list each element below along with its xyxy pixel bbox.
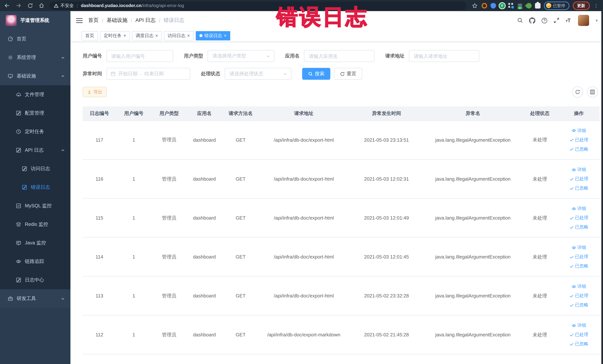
close-icon[interactable]: ×	[187, 33, 190, 38]
sidebar-item-log-center[interactable]: 日志中心	[0, 271, 70, 289]
search-icon[interactable]	[517, 17, 523, 23]
browser-toolbar: 不安全 | dashboard.yudao.iocoder.cn/infra/l…	[0, 0, 603, 11]
sidebar-item-java-monitor[interactable]: Java 监控	[0, 234, 70, 252]
cell-user-id: 1	[116, 159, 151, 199]
cell-log-id: 113	[83, 276, 116, 315]
reload-icon[interactable]	[27, 2, 33, 9]
sidebar-logo[interactable]: 芋道管理系统	[0, 11, 70, 30]
hamburger-icon[interactable]	[70, 18, 88, 23]
extensions-puzzle-icon[interactable]	[535, 3, 540, 8]
sidebar-item-system[interactable]: 系统管理	[0, 48, 70, 67]
text-size-icon[interactable]	[565, 17, 572, 23]
sidebar-item-error-log[interactable]: 错误日志	[0, 178, 70, 197]
tag-cron-job[interactable]: 定时任务×	[100, 31, 130, 40]
table-row: 116 1 管理员 dashboard GET /api/infra/db-do…	[83, 159, 599, 199]
address-bar[interactable]: 不安全 | dashboard.yudao.iocoder.cn/infra/l…	[49, 1, 466, 10]
infra-submenu: 文件管理 配置管理 定时任务 API 日志 访问日志	[0, 85, 70, 289]
sidebar-item-file-manage[interactable]: 文件管理	[0, 85, 70, 104]
active-dot	[199, 34, 202, 37]
update-button[interactable]: 更新	[573, 1, 590, 10]
sidebar-item-home[interactable]: 首页	[0, 30, 70, 48]
cell-user-type: 管理员	[151, 276, 187, 315]
sidebar-item-config-manage[interactable]: 配置管理	[0, 104, 70, 122]
tag-access-log[interactable]: 访问日志×	[164, 31, 194, 40]
sidebar-item-access-log[interactable]: 访问日志	[0, 159, 70, 178]
date-range-picker[interactable]: 开始日期 - 结束日期	[106, 68, 190, 80]
mark-processed-link[interactable]: 已处理	[569, 254, 588, 260]
detail-link[interactable]: 详细	[572, 283, 586, 290]
mark-processed-link[interactable]: 已处理	[569, 215, 588, 221]
page-scrollbar[interactable]	[601, 11, 603, 364]
avatar-caret-icon[interactable]: ▼	[595, 18, 599, 23]
cell-user-id: 1	[116, 315, 151, 354]
mark-ignored-link[interactable]: 已忽略	[569, 263, 588, 269]
github-icon[interactable]	[529, 17, 535, 23]
extension-icon-donut[interactable]	[481, 3, 487, 8]
mark-ignored-link[interactable]: 已忽略	[569, 302, 588, 308]
breadcrumb-home[interactable]: 首页	[88, 17, 99, 24]
detail-link[interactable]: 详细	[572, 166, 586, 173]
cell-status: 未处理	[521, 120, 558, 159]
sidebar-item-mysql-monitor[interactable]: MySQL 监控	[0, 197, 70, 215]
sidebar-item-api-log[interactable]: API 日志	[0, 141, 70, 159]
mark-ignored-link[interactable]: 已忽略	[569, 185, 588, 191]
back-icon[interactable]	[4, 2, 10, 9]
close-icon[interactable]: ×	[224, 33, 227, 38]
sidebar-item-cron-job[interactable]: 定时任务	[0, 122, 70, 141]
column-settings-button[interactable]	[587, 86, 598, 97]
cell-app-name: dashboard	[187, 199, 222, 237]
mark-ignored-link[interactable]: 已忽略	[569, 341, 588, 347]
cell-method: GET	[222, 120, 259, 159]
close-icon[interactable]: ×	[123, 33, 126, 38]
extension-icon-grid[interactable]	[508, 3, 514, 8]
detail-link[interactable]: 详细	[572, 128, 586, 134]
fullscreen-icon[interactable]	[553, 17, 559, 23]
cell-user-id: 1	[116, 120, 151, 159]
home-icon[interactable]	[38, 2, 45, 9]
breadcrumb-api-log[interactable]: API 日志	[136, 17, 156, 24]
tag-schedule-log[interactable]: 调度日志×	[132, 31, 162, 40]
cell-actions: 详细 已处理 已忽略	[558, 315, 599, 354]
mark-processed-link[interactable]: 已处理	[569, 137, 588, 143]
mark-ignored-link[interactable]: 已忽略	[569, 224, 588, 230]
breadcrumb-infra[interactable]: 基础设施	[107, 17, 127, 24]
cell-actions: 详细 已处理 已忽略	[558, 199, 599, 237]
filter-request-url: 请求地址	[385, 50, 479, 62]
mark-processed-link[interactable]: 已处理	[569, 293, 588, 299]
app-name-input[interactable]	[304, 50, 374, 62]
detail-link[interactable]: 详细	[572, 244, 586, 251]
bookmark-star-icon[interactable]	[471, 2, 478, 9]
mark-ignored-link[interactable]: 已忽略	[569, 146, 588, 153]
request-url-input[interactable]	[409, 50, 479, 62]
user-type-select[interactable]: 请选择用户类型	[208, 50, 274, 62]
mark-processed-link[interactable]: 已处理	[569, 331, 588, 338]
search-button[interactable]: 搜索	[302, 68, 330, 80]
tag-error-log[interactable]: 错误日志×	[196, 31, 230, 40]
sidebar-item-redis-monitor[interactable]: Redis 监控	[0, 215, 70, 234]
security-indicator[interactable]: 不安全	[54, 2, 74, 9]
extension-icon-toggle[interactable]: on	[517, 3, 522, 8]
reset-button[interactable]: 重置	[334, 68, 362, 80]
mark-processed-link[interactable]: 已处理	[569, 176, 588, 182]
detail-link[interactable]: 详细	[572, 205, 586, 212]
check-icon	[569, 264, 574, 268]
sidebar-item-infra[interactable]: 基础设施	[0, 67, 70, 85]
browser-menu-kebab-icon[interactable]: ⋮	[593, 3, 599, 8]
process-status-select[interactable]: 请选择处理状态	[225, 68, 291, 80]
extension-icon-v[interactable]: V	[499, 3, 505, 8]
profile-paused-chip[interactable]: 已暂停	[544, 1, 569, 10]
user-id-input[interactable]	[106, 50, 173, 62]
help-icon[interactable]	[541, 17, 547, 23]
close-icon[interactable]: ×	[155, 33, 158, 38]
detail-link[interactable]: 详细	[572, 322, 586, 329]
cell-exception-time: 2021-05-03 12:01:49	[348, 199, 425, 237]
extension-icon-shield[interactable]	[490, 3, 496, 8]
sidebar-item-dev-tools[interactable]: 研发工具	[0, 289, 70, 308]
tag-home[interactable]: 首页	[81, 31, 98, 40]
refresh-table-button[interactable]	[572, 86, 583, 97]
sidebar-item-trace[interactable]: 链路追踪	[0, 252, 70, 271]
user-avatar[interactable]	[578, 15, 589, 26]
export-button[interactable]: 导出	[83, 87, 107, 97]
extension-icon-leaf[interactable]	[525, 2, 533, 10]
forward-icon[interactable]	[15, 2, 22, 9]
